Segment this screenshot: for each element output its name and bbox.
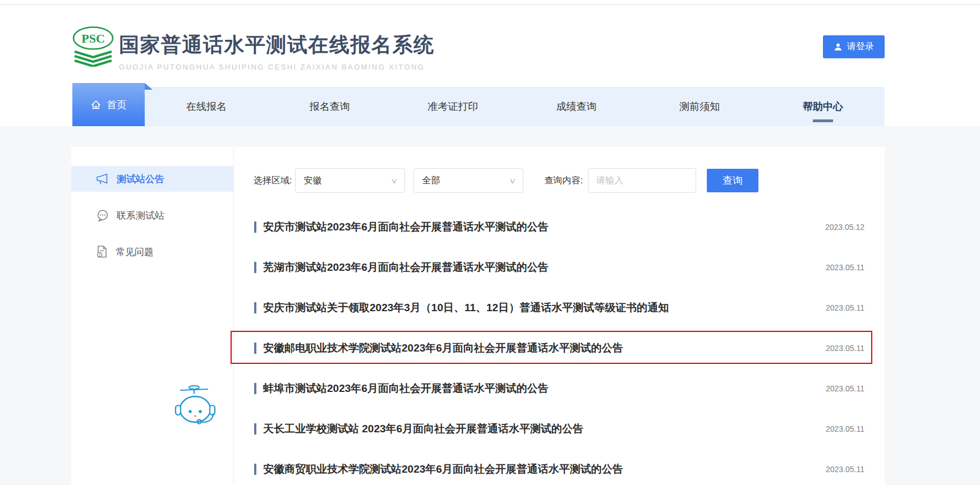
nav-item-score-query[interactable]: 成绩查询: [514, 87, 638, 126]
region-select-value: 安徽: [303, 175, 321, 187]
nav-item-home[interactable]: 首页: [72, 83, 145, 126]
sidebar-item-contact-station[interactable]: 联系测试站: [71, 202, 233, 228]
announcement-row[interactable]: 安徽商贸职业技术学院测试站2023年6月面向社会开展普通话水平测试的公告 202…: [254, 449, 885, 485]
type-select[interactable]: 全部 ∨: [413, 168, 523, 193]
region-select[interactable]: 安徽 ∨: [295, 168, 405, 193]
announcement-date: 2023.05.11: [826, 465, 864, 474]
announcement-title[interactable]: 蚌埠市测试站2023年6月面向社会开展普通话水平测试的公告: [263, 381, 815, 396]
announcement-title[interactable]: 安徽邮电职业技术学院测试站2023年6月面向社会开展普通话水平测试的公告: [263, 341, 815, 355]
sidebar: 测试站公告 联系测试站: [71, 147, 234, 485]
nav-help-label: 帮助中心: [803, 100, 843, 113]
row-accent-bar: [254, 302, 256, 313]
svg-text:PSC: PSC: [81, 31, 105, 45]
nav-item-help-center[interactable]: 帮助中心: [761, 87, 885, 126]
announcement-title[interactable]: 安庆市测试站关于领取2023年3月（10日、11、12日）普通话水平测试等级证书…: [263, 301, 815, 315]
row-accent-bar: [254, 464, 256, 475]
content-card: 测试站公告 联系测试站: [71, 147, 885, 485]
main-panel: 选择区域: 安徽 ∨ 全部 ∨ 查询内容: 查询: [234, 147, 885, 485]
region-filter-label: 选择区域:: [254, 175, 292, 187]
row-accent-bar: [254, 423, 256, 435]
nav-item-pretest-notice[interactable]: 测前须知: [638, 87, 761, 126]
login-button[interactable]: 请登录: [823, 35, 885, 58]
sidebar-item-faq[interactable]: 常见问题: [71, 239, 233, 265]
filter-row: 选择区域: 安徽 ∨ 全部 ∨ 查询内容: 查询: [254, 168, 885, 193]
announcement-row[interactable]: 天长工业学校测试站 2023年6月面向社会开展普通话水平测试的公告 2023.0…: [254, 409, 885, 449]
announcement-date: 2023.05.11: [826, 384, 864, 393]
announcement-list: 安庆市测试站2023年6月面向社会开展普通话水平测试的公告 2023.05.12…: [254, 207, 885, 485]
chevron-down-icon: ∨: [390, 177, 398, 185]
top-divider: [0, 4, 980, 5]
megaphone-icon: [96, 173, 109, 185]
announcement-title[interactable]: 芜湖市测试站2023年6月面向社会开展普通话水平测试的公告: [263, 260, 815, 275]
announcement-row-highlighted[interactable]: 安徽邮电职业技术学院测试站2023年6月面向社会开展普通话水平测试的公告 202…: [254, 328, 885, 368]
site-title: 国家普通话水平测试在线报名系统: [119, 31, 435, 59]
announcement-row[interactable]: 蚌埠市测试站2023年6月面向社会开展普通话水平测试的公告 2023.05.11: [254, 368, 885, 409]
type-select-value: 全部: [422, 175, 440, 187]
row-accent-bar: [254, 262, 256, 273]
sidebar-item-label: 联系测试站: [117, 209, 164, 222]
announcement-row[interactable]: 芜湖市测试站2023年6月面向社会开展普通话水平测试的公告 2023.05.11: [254, 247, 885, 288]
announcement-row[interactable]: 安庆市测试站2023年6月面向社会开展普通话水平测试的公告 2023.05.12: [254, 207, 885, 247]
psc-logo-icon: PSC: [71, 26, 115, 67]
nav-item-registration-query[interactable]: 报名查询: [268, 87, 392, 126]
nav-active-underline: [813, 119, 833, 122]
announcement-row[interactable]: 安庆市测试站关于领取2023年3月（10日、11、12日）普通话水平测试等级证书…: [254, 288, 885, 328]
faq-document-icon: [96, 245, 108, 258]
page: PSC 国家普通话水平测试在线报名系统 GUOJIA PUTONGHUA SHU…: [0, 0, 980, 485]
chevron-down-icon: ∨: [509, 177, 516, 185]
chat-bubble-icon: [96, 209, 109, 222]
row-accent-bar: [254, 343, 256, 354]
sidebar-item-label: 测试站公告: [117, 173, 164, 186]
announcement-date: 2023.05.11: [826, 424, 864, 433]
home-icon: [90, 99, 102, 110]
announcement-date: 2023.05.11: [826, 303, 864, 312]
user-icon: [834, 43, 843, 52]
main-nav: 首页 在线报名 报名查询 准考证打印 成绩查询 测前须知 帮助中心: [72, 87, 885, 126]
announcement-date: 2023.05.12: [825, 223, 864, 232]
content-background: 测试站公告 联系测试站: [0, 126, 980, 485]
robot-assistant-icon[interactable]: [174, 384, 221, 426]
announcement-date: 2023.05.11: [826, 263, 864, 272]
login-label: 请登录: [847, 41, 874, 53]
search-button[interactable]: 查询: [707, 169, 758, 192]
row-accent-bar: [254, 221, 256, 233]
keyword-input[interactable]: [588, 168, 696, 193]
site-subtitle: GUOJIA PUTONGHUA SHUIPING CESHI ZAIXIAN …: [119, 63, 435, 71]
announcement-title[interactable]: 天长工业学校测试站 2023年6月面向社会开展普通话水平测试的公告: [263, 422, 815, 436]
nav-home-label: 首页: [107, 98, 127, 112]
keyword-filter-label: 查询内容:: [544, 175, 582, 187]
nav-item-online-registration[interactable]: 在线报名: [145, 87, 268, 126]
nav-items: 在线报名 报名查询 准考证打印 成绩查询 测前须知 帮助中心: [145, 87, 885, 126]
announcement-date: 2023.05.11: [826, 344, 864, 353]
sidebar-item-label: 常见问题: [116, 246, 154, 258]
announcement-title[interactable]: 安徽商贸职业技术学院测试站2023年6月面向社会开展普通话水平测试的公告: [263, 462, 815, 477]
sidebar-item-station-announcements[interactable]: 测试站公告: [71, 166, 233, 192]
announcement-title[interactable]: 安庆市测试站2023年6月面向社会开展普通话水平测试的公告: [263, 220, 814, 234]
row-accent-bar: [254, 383, 256, 394]
site-brand: 国家普通话水平测试在线报名系统 GUOJIA PUTONGHUA SHUIPIN…: [119, 31, 435, 71]
nav-item-admission-ticket-print[interactable]: 准考证打印: [392, 87, 515, 126]
